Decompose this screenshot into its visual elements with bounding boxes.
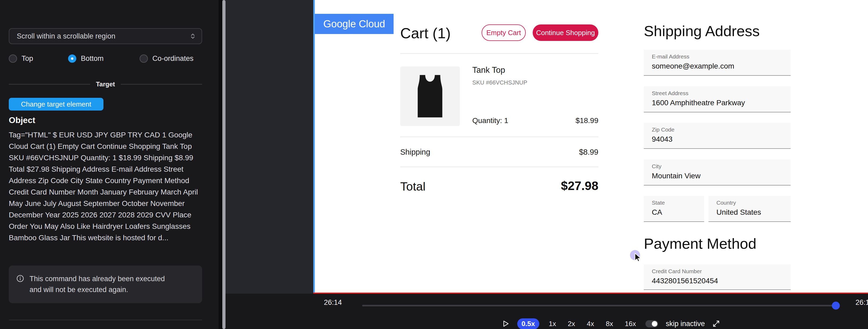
scrubber-handle[interactable] (832, 302, 840, 309)
replayed-webpage: Google Cloud Cart (1) Empty Cart Continu… (315, 0, 868, 293)
radio-circle-icon (9, 55, 17, 63)
speed-button-16x[interactable]: 16x (623, 318, 638, 329)
skip-inactive-toggle[interactable] (645, 320, 658, 327)
replay-player-bar: 26:14 26:15 0.5x 1x 2x 4x 8x 16x skip in… (225, 294, 868, 329)
cart-divider (400, 167, 598, 167)
app-window: Scroll within a scrollable region Top Bo… (0, 0, 868, 329)
country-field[interactable]: Country United States (708, 196, 790, 222)
credit-card-number-field[interactable]: Credit Card Number 4432801561520454 (644, 264, 790, 290)
speed-button-4x[interactable]: 4x (585, 318, 596, 329)
viewport-record-border (313, 293, 868, 294)
speed-button-1x[interactable]: 1x (547, 318, 558, 329)
payment-method-heading: Payment Method (644, 235, 756, 252)
object-heading: Object (9, 116, 35, 125)
radio-label: Co-ordinates (152, 55, 194, 63)
field-value: CA (652, 208, 704, 217)
field-label: E-mail Address (652, 54, 790, 60)
speed-button-2x[interactable]: 2x (566, 318, 577, 329)
empty-cart-button[interactable]: Empty Cart (482, 25, 526, 41)
field-value: 1600 Amphitheatre Parkway (652, 99, 790, 107)
product-image-tank-top (400, 66, 460, 126)
current-time: 26:14 (324, 298, 342, 307)
zip-code-field[interactable]: Zip Code 94043 (644, 123, 790, 149)
sidebar-scrollbar[interactable] (222, 0, 225, 329)
divider-line (121, 84, 202, 85)
field-value: someone@example.com (652, 62, 790, 70)
end-time: 26:15 (856, 298, 868, 307)
mouse-cursor-icon (633, 253, 643, 264)
field-value: United States (716, 208, 790, 217)
target-divider-label: Target (96, 80, 115, 88)
divider-line (9, 84, 90, 85)
shipping-cost-value: $8.99 (579, 148, 598, 157)
cart-divider (400, 137, 598, 137)
email-field[interactable]: E-mail Address someone@example.com (644, 50, 790, 76)
total-value: $27.98 (561, 178, 598, 193)
street-address-field[interactable]: Street Address 1600 Amphitheatre Parkway (644, 86, 790, 112)
player-controls: 0.5x 1x 2x 4x 8x 16x skip inactive (501, 318, 720, 329)
radio-circle-icon (140, 55, 148, 63)
skip-inactive-label: skip inactive (665, 320, 705, 328)
tank-top-illustration (409, 72, 451, 120)
shipping-address-heading: Shipping Address (644, 22, 760, 40)
sidebar-bottom-divider (9, 320, 202, 320)
total-label: Total (400, 179, 426, 194)
radio-option-coordinates[interactable]: Co-ordinates (140, 54, 194, 63)
cart-divider (400, 53, 598, 54)
cart-title: Cart (1) (400, 25, 451, 42)
executed-notice: This command has already been executed a… (9, 265, 202, 303)
target-section-divider: Target (9, 80, 202, 88)
google-cloud-badge[interactable]: Google Cloud (315, 14, 394, 34)
field-value: 4432801561520454 (652, 277, 790, 285)
radio-option-bottom[interactable]: Bottom (68, 54, 104, 63)
object-description-text: Tag="HTML" $ EUR USD JPY GBP TRY CAD 1 G… (9, 129, 204, 243)
shipping-cost-label: Shipping (400, 148, 430, 157)
continue-shopping-button[interactable]: Continue Shopping (533, 25, 598, 41)
action-select[interactable]: Scroll within a scrollable region (9, 28, 202, 44)
panel-gap (219, 0, 222, 329)
executed-notice-text: This command has already been executed a… (30, 273, 179, 295)
product-quantity: Quantity: 1 (472, 117, 508, 125)
radio-circle-icon (68, 55, 76, 63)
product-sku: SKU #66VCHSJNUP (472, 79, 527, 86)
radio-label: Top (22, 55, 33, 63)
field-label: Zip Code (652, 127, 790, 133)
action-select-value: Scroll within a scrollable region (17, 32, 116, 40)
product-price: $18.99 (576, 117, 598, 125)
select-stepper-icon (189, 33, 196, 40)
toggle-knob (652, 321, 657, 327)
play-button[interactable] (501, 320, 510, 328)
command-sidebar: Scroll within a scrollable region Top Bo… (0, 0, 219, 329)
field-label: City (652, 163, 790, 169)
state-field[interactable]: State CA (644, 196, 704, 222)
speed-button-05x[interactable]: 0.5x (517, 318, 539, 329)
timeline-scrubber[interactable] (362, 305, 838, 306)
radio-label: Bottom (81, 55, 104, 63)
field-value: Mountain View (652, 172, 790, 180)
fullscreen-icon[interactable] (712, 320, 720, 328)
change-target-button[interactable]: Change target element (9, 98, 103, 110)
field-value: 94043 (652, 135, 790, 143)
product-name: Tank Top (472, 65, 505, 75)
info-icon (16, 274, 24, 283)
speed-button-8x[interactable]: 8x (604, 318, 615, 329)
scroll-position-radio-group: Top Bottom Co-ordinates (0, 54, 219, 63)
field-label: Street Address (652, 90, 790, 96)
field-label: Country (716, 200, 790, 206)
radio-option-top[interactable]: Top (9, 54, 33, 63)
element-highlight-outline (313, 0, 315, 293)
field-label: Credit Card Number (652, 268, 790, 274)
field-label: State (652, 200, 704, 206)
city-field[interactable]: City Mountain View (644, 160, 790, 186)
